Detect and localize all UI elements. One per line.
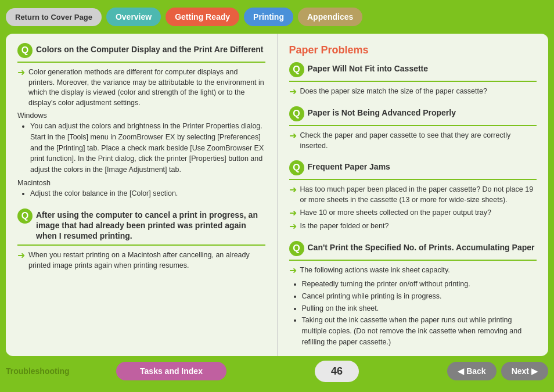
printing-nav-button[interactable]: Printing [244,8,293,26]
q3-title: Paper Will Not Fit into Cassette [308,63,429,74]
main-content: Q Colors on the Computer Display and the… [6,34,548,356]
q1-divider [17,62,265,63]
q5-arrow3-item: ➜ Is the paper folded or bent? [289,221,537,232]
q1-body-text: Color generation methods are different f… [28,67,265,108]
q5-section: Q Frequent Paper Jams ➜ Has too much pap… [289,161,537,232]
tasks-and-index-button[interactable]: Tasks and Index [116,362,226,380]
arrow-icon: ➜ [289,221,297,232]
bottom-bar: Troubleshooting Tasks and Index 46 ◀ Bac… [0,356,554,386]
q4-section: Q Paper is Not Being Advanced Properly ➜… [289,107,537,151]
arrow-icon: ➜ [289,184,297,195]
q4-divider [289,125,537,126]
page-number-container: 46 [226,361,447,382]
next-chevron-icon: ▶ [531,366,538,376]
overview-nav-button[interactable]: Overview [106,8,161,26]
q5-arrow2-item: ➜ Have 10 or more sheets collected on th… [289,208,537,218]
q3-arrow-text: Does the paper size match the size of th… [300,87,487,97]
arrow-icon: ➜ [289,130,297,141]
return-to-cover-button[interactable]: Return to Cover Page [6,8,102,26]
q5-arrow2-text: Have 10 or more sheets collected on the … [300,208,491,218]
q3-icon: Q [289,62,304,77]
getting-ready-nav-button[interactable]: Getting Ready [166,8,239,26]
back-label: Back [466,366,485,376]
q6-arrow-text: The following actions waste ink sheet ca… [300,265,450,276]
q2-section: Q After using the computer to cancel a p… [17,210,265,271]
q2-title: After using the computer to cancel a pri… [36,210,265,242]
q1-mac-bullet: Adjust the color balance in the [Color] … [30,188,265,199]
q5-arrow1-text: Has too much paper been placed in the pa… [300,185,537,205]
paper-problems-title: Paper Problems [289,44,537,56]
page-number: 46 [315,361,359,382]
q1-windows-label: Windows [17,112,265,120]
q6-arrow-item: ➜ The following actions waste ink sheet … [289,265,537,276]
list-item: Taking out the ink cassette when the pap… [302,315,537,347]
q6-bullets: Repeatedly turning the printer on/off wi… [302,279,537,348]
q5-icon: Q [289,160,304,175]
q1-icon: Q [17,43,33,58]
q5-title: Frequent Paper Jams [308,161,390,172]
troubleshooting-link[interactable]: Troubleshooting [6,366,116,376]
q1-windows-bullets: You can adjust the colors and brightness… [30,121,265,175]
q3-section: Q Paper Will Not Fit into Cassette ➜ Doe… [289,63,537,97]
nav-arrows: ◀ Back Next ▶ [447,362,548,380]
q1-section: Q Colors on the Computer Display and the… [17,44,265,199]
top-nav: Return to Cover Page Overview Getting Re… [0,0,554,34]
q3-arrow-item: ➜ Does the paper size match the size of … [289,87,537,97]
q5-arrow1-item: ➜ Has too much paper been placed in the … [289,185,537,205]
q3-divider [289,81,537,82]
back-button[interactable]: ◀ Back [447,362,496,380]
arrow-icon: ➜ [289,86,297,97]
q1-title: Colors on the Computer Display and the P… [36,44,264,55]
q1-mac-label: Macintosh [17,179,265,187]
q2-arrow-item: ➜ When you restart printing on a Macinto… [17,250,265,271]
arrow-icon: ➜ [17,250,25,261]
q6-title: Can't Print the Specified No. of Prints.… [308,242,535,253]
arrow-icon: ➜ [289,265,297,276]
q2-arrow-text: When you restart printing on a Macintosh… [28,250,265,271]
list-item: Cancel printing while printing is in pro… [302,291,537,302]
q5-divider [289,179,537,180]
q1-mac-bullets: Adjust the color balance in the [Color] … [30,188,265,199]
appendices-nav-button[interactable]: Appendices [298,8,362,26]
q5-arrow3-text: Is the paper folded or bent? [300,221,389,232]
list-item: Repeatedly turning the printer on/off wi… [302,279,537,290]
q1-body-item: ➜ Color generation methods are different… [17,67,265,108]
back-chevron-icon: ◀ [458,366,464,376]
q2-divider [17,244,265,246]
q6-divider [289,260,537,261]
arrow-icon: ➜ [289,207,297,218]
arrow-icon: ➜ [17,67,25,78]
q2-icon: Q [17,208,33,224]
q4-title: Paper is Not Being Advanced Properly [308,107,456,118]
q4-icon: Q [289,106,304,121]
q1-windows-bullet: You can adjust the colors and brightness… [30,121,265,175]
right-panel: Paper Problems Q Paper Will Not Fit into… [278,34,549,356]
q4-arrow-text: Check the paper and paper cassette to se… [300,131,537,151]
next-button[interactable]: Next ▶ [501,362,548,380]
list-item: Pulling on the ink sheet. [302,303,537,314]
q4-arrow-item: ➜ Check the paper and paper cassette to … [289,131,537,151]
q6-section: Q Can't Print the Specified No. of Print… [289,242,537,348]
q6-icon: Q [289,241,304,256]
left-panel: Q Colors on the Computer Display and the… [6,34,278,356]
next-label: Next [512,366,529,376]
